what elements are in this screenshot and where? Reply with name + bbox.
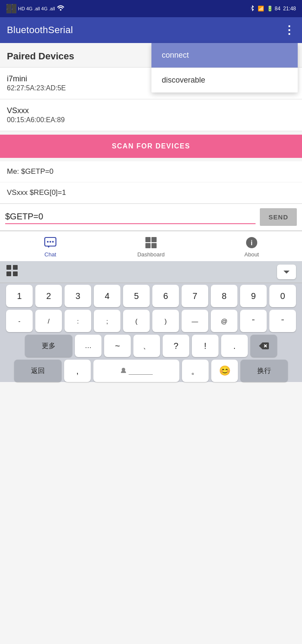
nav-label-about: About xyxy=(244,251,259,258)
status-left: ⬛⬛⬛⬛ HD 4G .all 4G .all xyxy=(6,4,65,13)
app-title: BluetoothSerial xyxy=(7,25,73,36)
key-more[interactable]: 更多 xyxy=(25,335,72,357)
key-tilde[interactable]: ~ xyxy=(104,335,131,357)
battery-indicator: 🔋 84 xyxy=(267,6,280,12)
wifi-icon xyxy=(57,5,65,12)
key-2[interactable]: 2 xyxy=(35,285,62,307)
keyboard-row-special: 更多 … ~ 、 ? ! . xyxy=(2,335,300,357)
dashboard-icon xyxy=(144,236,158,250)
svg-rect-11 xyxy=(6,265,11,270)
nav-item-about[interactable]: i About xyxy=(234,236,269,258)
keyboard: 1 2 3 4 5 6 7 8 9 0 - / : ; ( ) — @ " " … xyxy=(0,283,302,382)
key-question[interactable]: ? xyxy=(163,335,189,357)
key-9[interactable]: 9 xyxy=(240,285,267,307)
svg-rect-6 xyxy=(151,237,157,242)
keyboard-row-bottom: 返回 , 。 😊 换行 xyxy=(2,360,300,382)
message-input[interactable] xyxy=(5,210,256,224)
key-period[interactable]: . xyxy=(221,335,248,357)
key-newline[interactable]: 换行 xyxy=(240,360,288,382)
key-ellipsis[interactable]: … xyxy=(75,335,102,357)
key-rparen[interactable]: ) xyxy=(152,310,179,332)
message-row-0: Me: $GETP=0 xyxy=(0,161,302,182)
key-lquote[interactable]: " xyxy=(240,310,267,332)
key-at[interactable]: @ xyxy=(211,310,237,332)
svg-rect-13 xyxy=(6,271,11,276)
svg-rect-8 xyxy=(151,243,157,248)
chat-icon xyxy=(43,236,57,250)
signal-bars: 📶 xyxy=(258,6,264,12)
message-area: Me: $GETP=0 VSxxx $REG[0]=1 xyxy=(0,161,302,204)
device-item-1[interactable]: VSxxx 00:15:A6:00:EA:89 xyxy=(0,99,302,131)
svg-point-3 xyxy=(49,241,51,243)
key-semicolon[interactable]: ; xyxy=(94,310,120,332)
nav-label-dashboard: Dashboard xyxy=(137,251,165,258)
svg-rect-7 xyxy=(145,243,151,248)
keyboard-collapse-button[interactable] xyxy=(277,265,296,279)
message-row-1: VSxxx $REG[0]=1 xyxy=(0,182,302,203)
menu-item-discoverable[interactable]: discoverable xyxy=(151,68,298,92)
key-8[interactable]: 8 xyxy=(211,285,237,307)
keyboard-row-symbols: - / : ; ( ) — @ " " xyxy=(2,310,300,332)
grid-icon[interactable] xyxy=(6,265,18,279)
key-1[interactable]: 1 xyxy=(6,285,33,307)
key-exclaim[interactable]: ! xyxy=(192,335,219,357)
key-ideographic-comma[interactable]: 、 xyxy=(133,335,160,357)
signal-text: HD 4G .all 4G .all xyxy=(18,6,55,11)
menu-item-connect[interactable]: connect xyxy=(151,43,298,68)
scan-button[interactable]: SCAN FOR DEVICES xyxy=(0,135,302,158)
key-7[interactable]: 7 xyxy=(182,285,208,307)
bottom-nav: Chat Dashboard i About xyxy=(0,231,302,261)
key-comma[interactable]: , xyxy=(64,360,91,382)
device-address-1: 00:15:A6:00:EA:89 xyxy=(7,116,295,124)
status-right: 📶 🔋 84 21:48 xyxy=(250,5,296,13)
about-icon: i xyxy=(245,236,259,250)
svg-rect-5 xyxy=(145,237,151,242)
key-3[interactable]: 3 xyxy=(65,285,91,307)
svg-rect-14 xyxy=(13,271,18,276)
key-delete[interactable] xyxy=(250,335,277,357)
clock: 21:48 xyxy=(283,6,296,12)
bluetooth-icon xyxy=(250,5,255,13)
svg-point-0 xyxy=(60,9,62,11)
key-emoji[interactable]: 😊 xyxy=(211,360,238,382)
status-bar: ⬛⬛⬛⬛ HD 4G .all 4G .all 📶 🔋 84 xyxy=(0,0,302,17)
keyboard-toolbar xyxy=(0,261,302,283)
key-6[interactable]: 6 xyxy=(152,285,179,307)
key-colon[interactable]: : xyxy=(65,310,91,332)
key-ideographic-period[interactable]: 。 xyxy=(182,360,209,382)
key-lparen[interactable]: ( xyxy=(123,310,150,332)
svg-rect-12 xyxy=(13,265,18,270)
key-5[interactable]: 5 xyxy=(123,285,150,307)
device-name-1: VSxxx xyxy=(7,106,295,115)
key-return[interactable]: 返回 xyxy=(14,360,62,382)
svg-text:i: i xyxy=(251,239,253,247)
key-slash[interactable]: / xyxy=(35,310,62,332)
app-bar: BluetoothSerial ⋮ xyxy=(0,17,302,43)
key-emdash[interactable]: — xyxy=(182,310,208,332)
svg-point-2 xyxy=(47,241,49,243)
svg-point-4 xyxy=(52,241,54,243)
key-4[interactable]: 4 xyxy=(94,285,120,307)
nav-item-chat[interactable]: Chat xyxy=(33,236,68,258)
status-carrier: ⬛⬛⬛⬛ xyxy=(6,4,16,13)
nav-item-dashboard[interactable]: Dashboard xyxy=(134,236,168,258)
key-rquote[interactable]: " xyxy=(269,310,296,332)
send-button[interactable]: SEND xyxy=(260,208,297,226)
dropdown-menu: connect discoverable xyxy=(151,43,298,92)
nav-label-chat: Chat xyxy=(44,251,56,258)
input-area: SEND xyxy=(0,204,302,231)
more-vert-icon[interactable]: ⋮ xyxy=(284,24,295,37)
keyboard-row-numbers: 1 2 3 4 5 6 7 8 9 0 xyxy=(2,285,300,307)
key-0[interactable]: 0 xyxy=(269,285,296,307)
key-space[interactable] xyxy=(93,360,179,382)
key-dash[interactable]: - xyxy=(6,310,33,332)
